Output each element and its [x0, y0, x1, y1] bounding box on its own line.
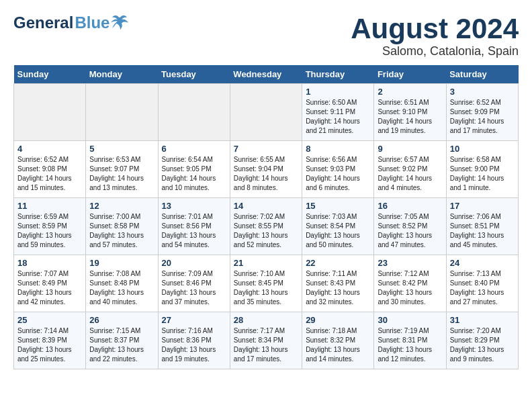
cell-content: Sunrise: 7:12 AM Sunset: 8:42 PM Dayligh…: [378, 269, 442, 307]
day-number: 4: [17, 144, 82, 154]
day-number: 23: [378, 258, 442, 268]
calendar-week-row: 4Sunrise: 6:52 AM Sunset: 9:08 PM Daylig…: [14, 141, 519, 198]
cell-content: Sunrise: 6:56 AM Sunset: 9:03 PM Dayligh…: [306, 155, 370, 193]
day-number: 5: [89, 144, 154, 154]
cell-content: Sunrise: 7:03 AM Sunset: 8:54 PM Dayligh…: [306, 212, 370, 250]
cell-content: Sunrise: 7:08 AM Sunset: 8:48 PM Dayligh…: [89, 269, 154, 307]
day-number: 2: [378, 87, 442, 97]
cell-content: Sunrise: 7:09 AM Sunset: 8:46 PM Dayligh…: [162, 269, 226, 307]
day-number: 11: [17, 201, 82, 211]
location: Salomo, Catalonia, Spain: [351, 44, 519, 58]
day-number: 12: [89, 201, 154, 211]
calendar-cell: 11Sunrise: 6:59 AM Sunset: 8:59 PM Dayli…: [14, 198, 86, 255]
calendar-cell: 10Sunrise: 6:58 AM Sunset: 9:00 PM Dayli…: [446, 141, 518, 198]
day-number: 17: [450, 201, 515, 211]
weekday-header-tuesday: Tuesday: [158, 65, 230, 84]
cell-content: Sunrise: 6:52 AM Sunset: 9:09 PM Dayligh…: [450, 98, 515, 136]
calendar-table: SundayMondayTuesdayWednesdayThursdayFrid…: [13, 65, 519, 369]
weekday-header-friday: Friday: [374, 65, 446, 84]
calendar-cell: 30Sunrise: 7:19 AM Sunset: 8:31 PM Dayli…: [374, 312, 446, 369]
calendar-cell: 24Sunrise: 7:13 AM Sunset: 8:40 PM Dayli…: [446, 255, 518, 312]
cell-content: Sunrise: 6:53 AM Sunset: 9:07 PM Dayligh…: [89, 155, 154, 193]
day-number: 1: [306, 87, 370, 97]
calendar-week-row: 1Sunrise: 6:50 AM Sunset: 9:11 PM Daylig…: [14, 84, 519, 141]
day-number: 26: [89, 315, 154, 325]
day-number: 25: [17, 315, 82, 325]
calendar-cell: 26Sunrise: 7:15 AM Sunset: 8:37 PM Dayli…: [86, 312, 158, 369]
calendar-cell: 7Sunrise: 6:55 AM Sunset: 9:04 PM Daylig…: [230, 141, 302, 198]
cell-content: Sunrise: 6:51 AM Sunset: 9:10 PM Dayligh…: [378, 98, 442, 136]
calendar-cell: 22Sunrise: 7:11 AM Sunset: 8:43 PM Dayli…: [302, 255, 374, 312]
cell-content: Sunrise: 7:01 AM Sunset: 8:56 PM Dayligh…: [162, 212, 226, 250]
day-number: 24: [450, 258, 515, 268]
calendar-cell: [158, 84, 230, 141]
weekday-header-saturday: Saturday: [446, 65, 518, 84]
cell-content: Sunrise: 6:50 AM Sunset: 9:11 PM Dayligh…: [306, 98, 370, 136]
calendar-cell: 28Sunrise: 7:17 AM Sunset: 8:34 PM Dayli…: [230, 312, 302, 369]
cell-content: Sunrise: 6:57 AM Sunset: 9:02 PM Dayligh…: [378, 155, 442, 193]
logo-general: General: [13, 13, 73, 32]
calendar-cell: 27Sunrise: 7:16 AM Sunset: 8:36 PM Dayli…: [158, 312, 230, 369]
day-number: 28: [234, 315, 298, 325]
cell-content: Sunrise: 7:15 AM Sunset: 8:37 PM Dayligh…: [89, 326, 154, 364]
day-number: 19: [89, 258, 154, 268]
calendar-cell: 23Sunrise: 7:12 AM Sunset: 8:42 PM Dayli…: [374, 255, 446, 312]
weekday-header-thursday: Thursday: [302, 65, 374, 84]
day-number: 20: [162, 258, 226, 268]
calendar-cell: 1Sunrise: 6:50 AM Sunset: 9:11 PM Daylig…: [302, 84, 374, 141]
weekday-header-wednesday: Wednesday: [230, 65, 302, 84]
cell-content: Sunrise: 6:58 AM Sunset: 9:00 PM Dayligh…: [450, 155, 515, 193]
logo-bird-icon: [111, 13, 130, 32]
cell-content: Sunrise: 7:17 AM Sunset: 8:34 PM Dayligh…: [234, 326, 298, 364]
calendar-cell: 19Sunrise: 7:08 AM Sunset: 8:48 PM Dayli…: [86, 255, 158, 312]
calendar-cell: 9Sunrise: 6:57 AM Sunset: 9:02 PM Daylig…: [374, 141, 446, 198]
month-title: August 2024: [351, 13, 519, 44]
calendar-cell: 20Sunrise: 7:09 AM Sunset: 8:46 PM Dayli…: [158, 255, 230, 312]
day-number: 29: [306, 315, 370, 325]
calendar-cell: 16Sunrise: 7:05 AM Sunset: 8:52 PM Dayli…: [374, 198, 446, 255]
calendar-cell: 4Sunrise: 6:52 AM Sunset: 9:08 PM Daylig…: [14, 141, 86, 198]
title-block: August 2024 Salomo, Catalonia, Spain: [351, 13, 519, 58]
calendar-cell: 12Sunrise: 7:00 AM Sunset: 8:58 PM Dayli…: [86, 198, 158, 255]
cell-content: Sunrise: 6:55 AM Sunset: 9:04 PM Dayligh…: [234, 155, 298, 193]
calendar-week-row: 25Sunrise: 7:14 AM Sunset: 8:39 PM Dayli…: [14, 312, 519, 369]
calendar-week-row: 11Sunrise: 6:59 AM Sunset: 8:59 PM Dayli…: [14, 198, 519, 255]
weekday-header-sunday: Sunday: [14, 65, 86, 84]
calendar-cell: 15Sunrise: 7:03 AM Sunset: 8:54 PM Dayli…: [302, 198, 374, 255]
logo: General Blue: [13, 13, 130, 32]
calendar-cell: 3Sunrise: 6:52 AM Sunset: 9:09 PM Daylig…: [446, 84, 518, 141]
calendar-cell: 5Sunrise: 6:53 AM Sunset: 9:07 PM Daylig…: [86, 141, 158, 198]
cell-content: Sunrise: 7:18 AM Sunset: 8:32 PM Dayligh…: [306, 326, 370, 364]
day-number: 8: [306, 144, 370, 154]
weekday-header-monday: Monday: [86, 65, 158, 84]
calendar-cell: 17Sunrise: 7:06 AM Sunset: 8:51 PM Dayli…: [446, 198, 518, 255]
calendar-cell: 8Sunrise: 6:56 AM Sunset: 9:03 PM Daylig…: [302, 141, 374, 198]
cell-content: Sunrise: 7:00 AM Sunset: 8:58 PM Dayligh…: [89, 212, 154, 250]
calendar-cell: 6Sunrise: 6:54 AM Sunset: 9:05 PM Daylig…: [158, 141, 230, 198]
calendar-cell: 13Sunrise: 7:01 AM Sunset: 8:56 PM Dayli…: [158, 198, 230, 255]
calendar-cell: 21Sunrise: 7:10 AM Sunset: 8:45 PM Dayli…: [230, 255, 302, 312]
day-number: 21: [234, 258, 298, 268]
day-number: 27: [162, 315, 226, 325]
cell-content: Sunrise: 7:20 AM Sunset: 8:29 PM Dayligh…: [450, 326, 515, 364]
day-number: 16: [378, 201, 442, 211]
calendar-cell: 2Sunrise: 6:51 AM Sunset: 9:10 PM Daylig…: [374, 84, 446, 141]
calendar-cell: 18Sunrise: 7:07 AM Sunset: 8:49 PM Dayli…: [14, 255, 86, 312]
day-number: 13: [162, 201, 226, 211]
cell-content: Sunrise: 7:02 AM Sunset: 8:55 PM Dayligh…: [234, 212, 298, 250]
page-header: General Blue August 2024 Salomo, Catalon…: [13, 13, 519, 58]
day-number: 31: [450, 315, 515, 325]
cell-content: Sunrise: 7:16 AM Sunset: 8:36 PM Dayligh…: [162, 326, 226, 364]
cell-content: Sunrise: 6:59 AM Sunset: 8:59 PM Dayligh…: [17, 212, 82, 250]
day-number: 22: [306, 258, 370, 268]
cell-content: Sunrise: 7:06 AM Sunset: 8:51 PM Dayligh…: [450, 212, 515, 250]
calendar-cell: 25Sunrise: 7:14 AM Sunset: 8:39 PM Dayli…: [14, 312, 86, 369]
cell-content: Sunrise: 7:19 AM Sunset: 8:31 PM Dayligh…: [378, 326, 442, 364]
cell-content: Sunrise: 7:07 AM Sunset: 8:49 PM Dayligh…: [17, 269, 82, 307]
day-number: 15: [306, 201, 370, 211]
calendar-week-row: 18Sunrise: 7:07 AM Sunset: 8:49 PM Dayli…: [14, 255, 519, 312]
cell-content: Sunrise: 7:11 AM Sunset: 8:43 PM Dayligh…: [306, 269, 370, 307]
calendar-cell: [86, 84, 158, 141]
cell-content: Sunrise: 7:05 AM Sunset: 8:52 PM Dayligh…: [378, 212, 442, 250]
cell-content: Sunrise: 7:10 AM Sunset: 8:45 PM Dayligh…: [234, 269, 298, 307]
